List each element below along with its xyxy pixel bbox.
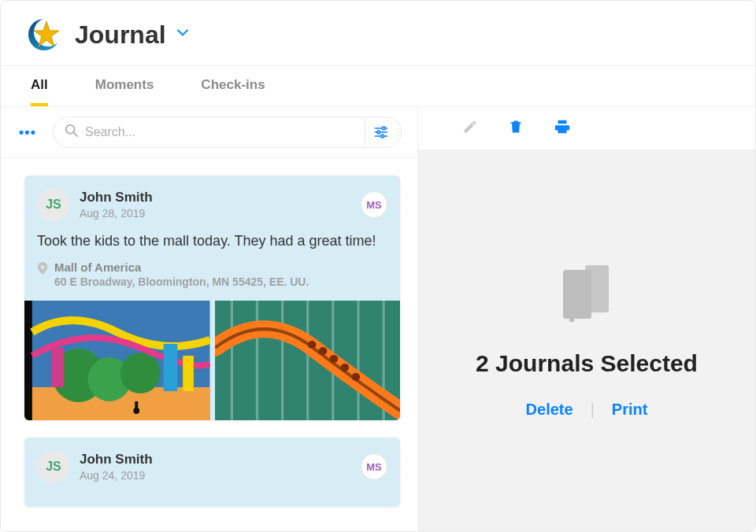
journal-icon xyxy=(558,264,615,327)
svg-rect-14 xyxy=(24,301,32,420)
journal-entry[interactable]: JS John Smith Aug 24, 2019 MS xyxy=(24,438,400,507)
svg-point-10 xyxy=(380,135,384,138)
printer-icon xyxy=(554,118,571,135)
tab-label: Check-ins xyxy=(201,77,265,92)
separator: | xyxy=(591,401,595,419)
trash-icon xyxy=(508,118,524,135)
svg-point-6 xyxy=(382,127,385,130)
svg-point-31 xyxy=(307,341,316,349)
entry-location: Mall of America 60 E Broadway, Bloomingt… xyxy=(37,260,387,288)
tab-label: Moments xyxy=(95,77,154,92)
entry-badge: MS xyxy=(361,453,387,480)
entry-header: JS John Smith Aug 28, 2019 MS xyxy=(37,188,387,221)
entry-author-block: John Smith Aug 24, 2019 xyxy=(80,452,153,482)
entry-photos xyxy=(24,301,400,420)
delete-button[interactable] xyxy=(508,118,524,139)
location-pin-icon xyxy=(37,262,48,278)
svg-point-35 xyxy=(351,373,360,381)
app-window: Journal All Moments Check-ins ••• xyxy=(0,0,756,532)
tab-checkins[interactable]: Check-ins xyxy=(201,66,265,106)
svg-point-33 xyxy=(329,355,338,363)
avatar: JS xyxy=(37,188,70,221)
svg-rect-38 xyxy=(569,316,574,322)
avatar: JS xyxy=(37,450,70,483)
selection-count-text: 2 Journals Selected xyxy=(476,350,698,377)
search-input[interactable] xyxy=(85,125,358,139)
print-button[interactable] xyxy=(554,118,571,139)
location-address: 60 E Broadway, Bloomington, MN 55425, EE… xyxy=(54,275,309,288)
app-header: Journal xyxy=(1,1,755,66)
entry-photo[interactable] xyxy=(24,301,210,420)
page-title-text: Journal xyxy=(75,20,166,50)
selection-actions: Delete | Print xyxy=(526,401,648,419)
svg-point-8 xyxy=(376,131,380,134)
search-icon xyxy=(65,124,79,141)
svg-point-11 xyxy=(41,265,44,268)
entry-date: Aug 28, 2019 xyxy=(80,207,153,220)
location-name: Mall of America xyxy=(54,260,309,274)
pencil-icon xyxy=(462,119,478,135)
svg-rect-19 xyxy=(164,344,178,391)
search-row: ••• xyxy=(1,107,417,158)
page-title[interactable]: Journal xyxy=(75,20,188,50)
entry-author-name: John Smith xyxy=(80,452,153,467)
tab-all[interactable]: All xyxy=(31,66,48,106)
body-split: ••• xyxy=(1,107,755,531)
left-panel: ••• xyxy=(1,107,418,531)
entry-location-text: Mall of America 60 E Broadway, Bloomingt… xyxy=(54,260,309,288)
right-content: 2 Journals Selected Delete | Print xyxy=(418,150,755,531)
tab-moments[interactable]: Moments xyxy=(95,66,154,106)
entry-body-text: Took the kids to the mall today. They ha… xyxy=(37,231,387,251)
tab-bar: All Moments Check-ins xyxy=(1,66,755,107)
right-panel: 2 Journals Selected Delete | Print xyxy=(418,107,755,531)
tab-label: All xyxy=(31,77,48,92)
entry-author-name: John Smith xyxy=(80,190,153,205)
entry-photo[interactable] xyxy=(215,301,401,420)
right-toolbar xyxy=(418,107,755,150)
entry-badge: MS xyxy=(361,191,387,218)
entries-list: JS John Smith Aug 28, 2019 MS Took the k… xyxy=(1,158,417,531)
journal-entry[interactable]: JS John Smith Aug 28, 2019 MS Took the k… xyxy=(24,175,400,420)
sliders-icon xyxy=(373,124,389,140)
svg-point-32 xyxy=(318,347,327,355)
edit-button[interactable] xyxy=(462,119,478,138)
chevron-down-icon xyxy=(177,28,188,42)
app-logo xyxy=(24,15,64,54)
delete-link[interactable]: Delete xyxy=(526,401,573,419)
entry-header: JS John Smith Aug 24, 2019 MS xyxy=(37,450,387,483)
svg-rect-18 xyxy=(51,348,64,387)
svg-rect-37 xyxy=(563,270,591,319)
print-link[interactable]: Print xyxy=(612,401,648,419)
filter-button[interactable] xyxy=(365,118,396,146)
search-box xyxy=(53,116,402,148)
svg-rect-20 xyxy=(183,356,194,391)
entry-author-block: John Smith Aug 28, 2019 xyxy=(80,190,153,220)
svg-point-3 xyxy=(66,125,75,134)
svg-point-34 xyxy=(340,364,349,371)
more-menu-button[interactable]: ••• xyxy=(12,124,43,141)
svg-line-4 xyxy=(74,133,78,137)
entry-date: Aug 24, 2019 xyxy=(80,469,153,482)
svg-rect-22 xyxy=(135,401,138,409)
svg-point-17 xyxy=(120,353,161,393)
